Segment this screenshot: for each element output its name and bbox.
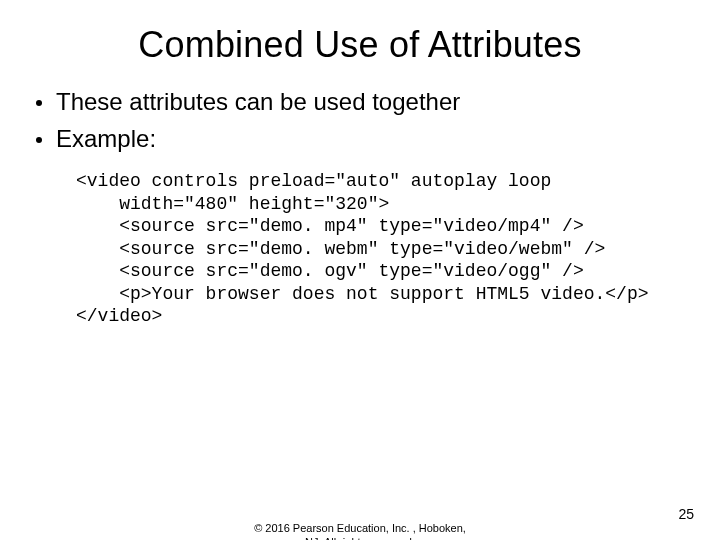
code-line: <source src="demo. ogv" type="video/ogg"…	[76, 261, 584, 281]
code-line: <p>Your browser does not support HTML5 v…	[76, 284, 649, 304]
slide-body: These attributes can be used together Ex…	[0, 86, 720, 328]
bullet-dot-icon	[36, 137, 42, 143]
bullet-text: Example:	[56, 123, 156, 154]
copyright: © 2016 Pearson Education, Inc. , Hoboken…	[230, 522, 490, 540]
slide: Combined Use of Attributes These attribu…	[0, 0, 720, 540]
code-line: </video>	[76, 306, 162, 326]
page-number: 25	[678, 506, 694, 522]
code-line: <source src="demo. webm" type="video/web…	[76, 239, 605, 259]
bullet-item: Example:	[36, 123, 684, 154]
code-block: <video controls preload="auto" autoplay …	[36, 160, 684, 328]
bullet-text: These attributes can be used together	[56, 86, 460, 117]
code-line: width="480" height="320">	[76, 194, 389, 214]
bullet-dot-icon	[36, 100, 42, 106]
code-line: <video controls preload="auto" autoplay …	[76, 171, 551, 191]
slide-title: Combined Use of Attributes	[0, 0, 720, 86]
code-line: <source src="demo. mp4" type="video/mp4"…	[76, 216, 584, 236]
bullet-item: These attributes can be used together	[36, 86, 684, 117]
copyright-line: © 2016 Pearson Education, Inc. , Hoboken…	[230, 522, 490, 536]
copyright-line: NJ. All rights reserved.	[230, 536, 490, 540]
